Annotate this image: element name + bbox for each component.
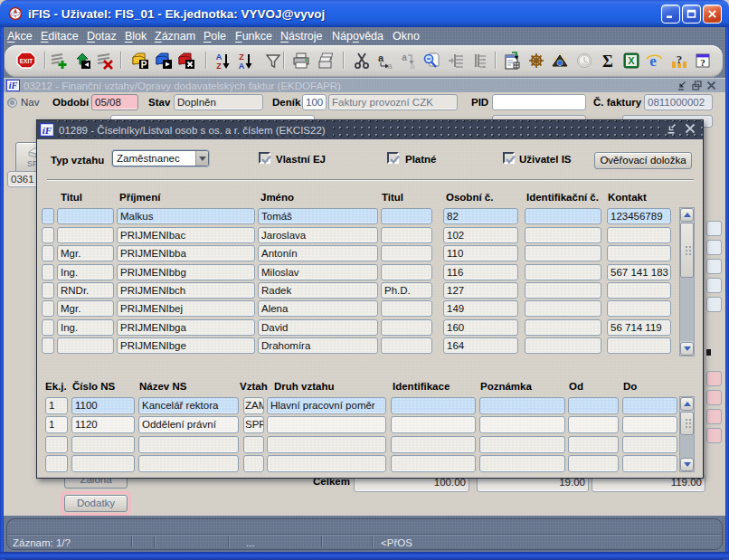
persons-cell[interactable]: 160	[443, 319, 518, 336]
menu-item-okno[interactable]: Okno	[393, 30, 420, 43]
persons-cell[interactable]	[607, 337, 671, 354]
persons-cell[interactable]	[525, 337, 601, 354]
persons-cell[interactable]: RNDr.	[57, 282, 114, 299]
persons-cell[interactable]: Alena	[258, 300, 378, 317]
exit-button[interactable]: EXIT	[14, 52, 41, 69]
scroll-up-icon[interactable]	[680, 208, 694, 222]
persons-cell[interactable]: PRIJMENIbac	[117, 227, 255, 243]
persons-cell[interactable]	[381, 300, 432, 317]
relations-cell[interactable]	[45, 455, 68, 472]
typ-vztahu-combo[interactable]: Zaměstnanec	[112, 150, 209, 166]
persons-cell[interactable]: 164	[443, 337, 518, 354]
relations-cell[interactable]: 1	[45, 416, 68, 433]
delete-record-icon[interactable]	[96, 52, 114, 70]
context-help-icon[interactable]: ?	[669, 52, 687, 70]
persons-cell[interactable]: David	[258, 319, 378, 336]
persons-cell[interactable]: 127	[443, 282, 518, 299]
menu-item-zaznam[interactable]: Záznam	[155, 30, 195, 43]
persons-cell[interactable]	[525, 227, 601, 243]
filter-icon[interactable]	[264, 52, 282, 70]
row-selector[interactable]	[42, 337, 54, 354]
persons-cell[interactable]: Antonín	[258, 245, 378, 261]
close-button[interactable]	[703, 5, 722, 24]
persons-cell[interactable]: 82	[443, 208, 518, 224]
nav-radio[interactable]	[7, 98, 17, 108]
sort-ascending-icon[interactable]: AZ	[214, 52, 232, 70]
relations-cell[interactable]	[391, 455, 476, 472]
menu-item-pole[interactable]: Pole	[204, 30, 226, 43]
scroll-down-icon[interactable]	[680, 458, 694, 471]
persons-cell[interactable]: 56 714 119	[607, 319, 671, 336]
print-icon[interactable]	[292, 52, 310, 70]
doc-restore-icon[interactable]	[692, 81, 702, 90]
scrollbar-thumb[interactable]	[680, 412, 694, 435]
cfaktury-field[interactable]: 0811000002	[644, 94, 713, 110]
row-selector[interactable]	[42, 264, 54, 280]
persons-cell[interactable]	[607, 282, 671, 299]
relations-cell[interactable]: SPR	[243, 416, 264, 433]
persons-cell[interactable]: Drahomíra	[258, 337, 378, 354]
persons-cell[interactable]: 149	[443, 300, 518, 317]
combo-dropdown-icon[interactable]	[195, 151, 208, 166]
scrollbar-track[interactable]	[680, 435, 694, 459]
row-selector[interactable]	[42, 282, 54, 299]
menu-item-nastroje[interactable]: Nástroje	[280, 30, 323, 43]
persons-cell[interactable]	[381, 208, 432, 224]
row-selector[interactable]	[42, 208, 54, 224]
maximize-button[interactable]	[682, 5, 701, 24]
clock-icon[interactable]: 1314	[575, 52, 593, 70]
relations-cell[interactable]: Kancelář rektora	[138, 397, 239, 414]
relations-cell[interactable]	[568, 455, 619, 472]
platne-checkbox[interactable]	[387, 152, 399, 164]
relations-cell[interactable]: 1120	[71, 416, 135, 433]
relations-cell[interactable]	[622, 436, 677, 453]
list-values-icon[interactable]	[447, 52, 465, 70]
persons-scrollbar[interactable]	[679, 207, 695, 356]
menu-item-napoveda[interactable]: Nápověda	[332, 30, 383, 43]
persons-cell[interactable]	[525, 319, 601, 336]
persons-cell[interactable]: PRIJMENIbge	[117, 337, 255, 354]
uzivatel-is-checkbox[interactable]	[503, 152, 515, 164]
paste-icon[interactable]: aa	[399, 52, 417, 70]
persons-cell[interactable]	[381, 264, 432, 280]
prism-icon[interactable]	[551, 52, 569, 70]
tree-icon[interactable]	[471, 52, 489, 70]
persons-cell[interactable]	[525, 300, 601, 317]
persons-cell[interactable]: Mgr.	[57, 245, 114, 261]
persons-cell[interactable]: Ing.	[57, 264, 114, 280]
relations-cell[interactable]	[138, 455, 239, 472]
help-icon[interactable]: ?	[694, 52, 712, 70]
denik-name-field[interactable]: Faktury provozní CZK	[328, 94, 458, 110]
obdobi-field[interactable]: 05/08	[91, 94, 138, 110]
relations-cell[interactable]	[568, 416, 619, 433]
denik-field[interactable]: 100	[302, 94, 327, 110]
scrollbar-thumb[interactable]	[680, 223, 694, 278]
persons-cell[interactable]	[381, 227, 432, 243]
persons-cell[interactable]: Miloslav	[258, 264, 378, 280]
persons-cell[interactable]: Ph.D.	[381, 282, 432, 299]
summation-icon[interactable]: Σ	[599, 52, 617, 70]
minimize-button[interactable]	[661, 5, 680, 24]
persons-cell[interactable]: PRIJMENIbga	[117, 319, 255, 336]
dialog-close-icon[interactable]	[685, 123, 696, 134]
persons-cell[interactable]	[381, 245, 432, 261]
persons-cell[interactable]	[381, 337, 432, 354]
cut-icon[interactable]	[353, 52, 371, 70]
relations-cell[interactable]: ZAM	[243, 397, 264, 414]
menu-item-dotaz[interactable]: Dotaz	[87, 30, 117, 43]
dialog-minimize-icon[interactable]	[667, 123, 677, 134]
persons-cell[interactable]: PRIJMENIbch	[117, 282, 255, 299]
persons-cell[interactable]: 102	[443, 227, 518, 243]
persons-cell[interactable]: Mgr.	[57, 300, 114, 317]
menu-item-editace[interactable]: Editace	[41, 30, 79, 43]
cancel-query-icon[interactable]	[177, 52, 195, 70]
execute-query-icon[interactable]	[155, 52, 173, 70]
relations-cell[interactable]	[568, 397, 619, 414]
relations-cell[interactable]	[479, 416, 565, 433]
persons-cell[interactable]	[57, 208, 114, 224]
insert-record-icon[interactable]	[50, 52, 68, 70]
persons-cell[interactable]	[607, 300, 671, 317]
relations-cell[interactable]: Hlavní pracovní poměr	[267, 397, 386, 414]
relations-cell[interactable]: 1100	[71, 397, 135, 414]
persons-cell[interactable]	[381, 319, 432, 336]
